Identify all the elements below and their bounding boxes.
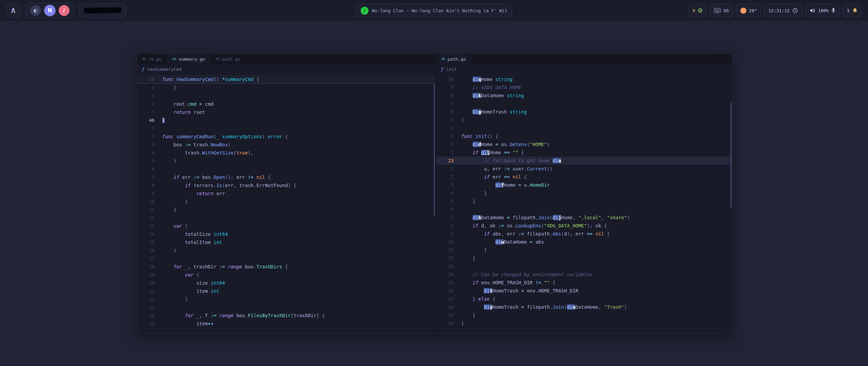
code-line: 14 totalSize int64 (137, 230, 435, 238)
code-line: 9 // $XDG_DATA_HOME (436, 83, 732, 92)
editor-pane-right[interactable]: GOpath.go ƒ init 10 diqHome string9 // $… (435, 54, 732, 333)
editor-pane-left[interactable]: GOrm.goGOsummary.goGOpath.go ƒ newSummar… (137, 54, 435, 333)
line-number: 3 (137, 92, 162, 100)
bell-icon (852, 8, 857, 13)
workspace-app-3[interactable]: ♪ (59, 5, 70, 16)
tab-rm.go[interactable]: GOrm.go (137, 54, 167, 64)
tab-label: rm.go (149, 57, 162, 62)
code-line: 3 box := trash.NewBox( (137, 141, 435, 149)
line-number: 15 (436, 279, 461, 287)
volume-label: 100% (818, 8, 829, 13)
clock-icon (792, 8, 798, 13)
code-line: 2 root.cmd = cmd (137, 100, 435, 108)
code-area-right[interactable]: 10 diqHome string9 // $XDG_DATA_HOME8 di… (436, 74, 732, 333)
line-number: 18 (436, 303, 461, 311)
line-number: 3 (436, 181, 461, 189)
line-number: 20 (436, 319, 461, 327)
clock-label: 12:31:12 (768, 8, 790, 13)
line-number: 10 (436, 75, 461, 83)
line-number: 21 (137, 287, 162, 295)
code-line: 4 (436, 124, 732, 132)
line-number: 2 (137, 133, 162, 141)
line-number: 1 (436, 148, 461, 157)
scrollbar-thumb-right[interactable] (730, 103, 732, 208)
keyboard-icon (714, 8, 721, 13)
line-number: 15 (137, 238, 162, 246)
tab-path.go[interactable]: GOpath.go (211, 54, 246, 64)
code-area-left[interactable]: 26func newSummaryCmd() *summaryCmd {4 }3… (137, 74, 435, 333)
volume-pill[interactable]: 100% (805, 4, 840, 17)
code-line: 19 var ( (137, 271, 435, 279)
line-number: 9 (436, 83, 461, 92)
code-line: 6 (137, 165, 435, 173)
speaker-icon (809, 8, 815, 13)
window-title-pill[interactable] (79, 3, 126, 18)
code-line: 4 } (137, 84, 435, 92)
breadcrumb-right: ƒ init (436, 64, 732, 74)
code-line: 7 (436, 100, 732, 108)
code-line: 6 DigHomeTrash string (436, 108, 732, 116)
line-number: 9 (436, 230, 461, 238)
code-line: 19 } (436, 311, 732, 319)
line-number: 17 (436, 295, 461, 303)
tab-label: path.go (448, 57, 466, 62)
line-number: 4 (436, 189, 461, 197)
code-line: 23 // fallback to get home dia (436, 157, 732, 165)
breadcrumb-label: init (446, 67, 457, 72)
line-number: 2 (137, 100, 162, 108)
code-line: 12 } (436, 254, 732, 262)
code-line: 1 return root (137, 108, 435, 116)
line-number: 22 (137, 295, 162, 303)
media-widget[interactable]: ♪ Wu-Tang Clan - Wu-Tang Clan Ain't Nuth… (356, 4, 512, 17)
code-line: 9 if abs, err := filepath.Abs(d); err ==… (436, 230, 732, 238)
tab-label: summary.go (178, 57, 205, 62)
tab-path.go[interactable]: GOpath.go (436, 54, 471, 64)
code-line: 7 dihDataHome = filepath.Join(dijHome, "… (436, 214, 732, 222)
line-number: 23 (436, 157, 461, 165)
code-line: 5 ) (137, 157, 435, 165)
tabline-left: GOrm.goGOsummary.goGOpath.go (137, 54, 435, 64)
browser-app-icon: ◐ (33, 8, 38, 13)
code-line: 14 // Can be changed by environment vari… (436, 270, 732, 279)
line-number: 4 (137, 84, 162, 92)
scrollbar-thumb-left[interactable] (434, 83, 435, 216)
line-number: 5 (436, 197, 461, 205)
music-app-icon: ♪ (62, 8, 66, 13)
go-file-icon: GO (142, 58, 146, 61)
notification-pill[interactable]: 5 (843, 4, 862, 17)
sun-icon (741, 8, 746, 14)
function-symbol-icon: ƒ (142, 67, 144, 72)
line-number: 12 (436, 254, 461, 262)
workspace-pill: ◐N♪ (26, 3, 74, 18)
weather-pill[interactable]: 29° (736, 4, 761, 17)
line-number: 46 (137, 116, 162, 124)
code-line: 12 (137, 214, 435, 222)
code-line: 10 diqHome string (436, 75, 732, 83)
notes-app-icon: N (48, 8, 52, 13)
keyboard-layout-pill[interactable]: US (710, 4, 733, 17)
count-badge-pill[interactable]: 9 (688, 4, 707, 17)
code-line: 11 } (137, 206, 435, 214)
code-line: 10 } (137, 198, 435, 206)
code-line: 18 for _, trashDir := range box.TrashDir… (137, 263, 435, 271)
line-number: 13 (436, 262, 461, 270)
function-symbol-icon: ƒ (441, 67, 443, 72)
launcher-button[interactable]: Λ (6, 3, 20, 18)
line-number: 12 (137, 214, 162, 222)
code-line: 2 if err == nil { (436, 173, 732, 181)
line-number: 16 (137, 246, 162, 255)
line-number: 16 (436, 287, 461, 295)
clock-pill[interactable]: 12:31:12 (764, 4, 802, 17)
spotify-icon: ♪ (361, 7, 369, 15)
microphone-icon (831, 8, 835, 13)
workspace-app-1[interactable]: ◐ (30, 5, 41, 16)
line-number: 7 (436, 100, 461, 108)
workspace-app-2[interactable]: N (44, 5, 55, 16)
tab-summary.go[interactable]: GOsummary.go (167, 54, 211, 64)
redacted-text (84, 8, 122, 14)
line-number: 23 (137, 303, 162, 311)
tabline-right: GOpath.go (436, 54, 732, 64)
line-number: 4 (436, 124, 461, 132)
temperature-label: 29° (749, 8, 757, 13)
line-number: 24 (137, 311, 162, 320)
